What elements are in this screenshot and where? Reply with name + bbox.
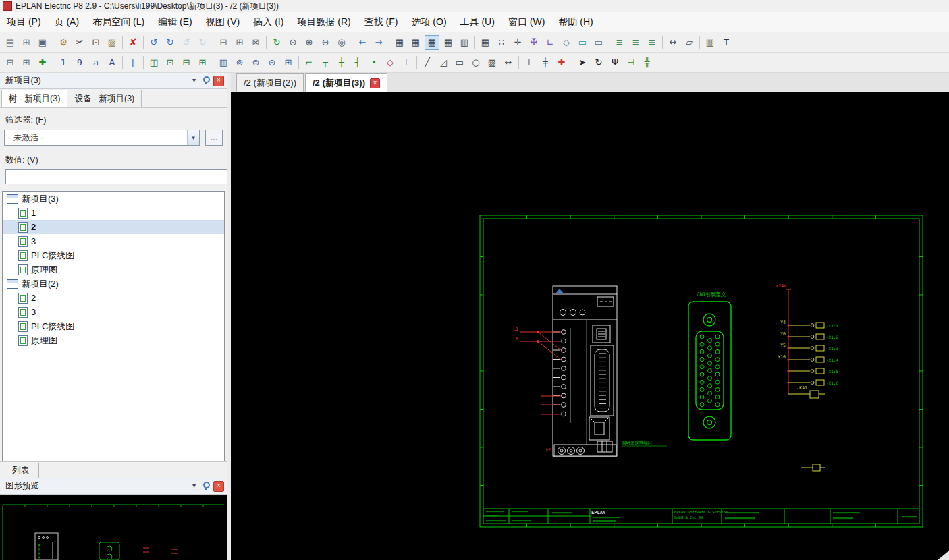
align-center-icon[interactable]: ≡ bbox=[628, 35, 643, 50]
tree-item-page[interactable]: 2 bbox=[3, 220, 224, 234]
forward-icon[interactable]: → bbox=[371, 35, 386, 50]
grid-large-icon[interactable]: ▦ bbox=[425, 35, 439, 50]
device-insert-icon[interactable]: ▥ bbox=[216, 55, 231, 70]
pages-panel-header[interactable]: 新项目(3) ▾ × bbox=[0, 73, 227, 89]
graphic-hatch-icon[interactable]: ▨ bbox=[485, 55, 499, 70]
tree-item-page[interactable]: 3 bbox=[3, 305, 224, 319]
connection-corner-icon[interactable]: ⌐ bbox=[302, 55, 317, 70]
page-navigator-icon[interactable]: ⊟ bbox=[3, 55, 18, 70]
connection-dot-icon[interactable]: • bbox=[367, 55, 381, 70]
split-horizontal-icon[interactable]: ⊞ bbox=[232, 35, 247, 50]
redraw-icon[interactable]: ↻ bbox=[269, 35, 284, 50]
aux-contact[interactable] bbox=[801, 464, 825, 471]
snap-grid-icon[interactable]: ∷ bbox=[494, 35, 509, 50]
sidebar-tab-devices[interactable]: 设备 - 新项目(3) bbox=[67, 90, 142, 107]
editor-tab-1[interactable]: /2 (新项目(3))x bbox=[305, 73, 387, 92]
redo-list-icon[interactable]: ↻ bbox=[195, 35, 210, 50]
menu-item-2[interactable]: 布局空间 (L) bbox=[86, 12, 151, 32]
select-pointer-icon[interactable]: ➤ bbox=[575, 55, 590, 70]
insert-point-icon[interactable]: ✚ bbox=[554, 55, 569, 70]
zoom-window-icon[interactable]: ⊙ bbox=[286, 35, 300, 50]
page-new-icon[interactable]: ▤ bbox=[3, 35, 18, 50]
menu-item-5[interactable]: 插入 (I) bbox=[246, 12, 290, 32]
number-devices-icon[interactable]: a bbox=[88, 55, 103, 70]
page-open-icon[interactable]: ⊞ bbox=[19, 35, 34, 50]
editor-tab-0[interactable]: /2 (新项目(2)) bbox=[236, 73, 304, 92]
page-macro-icon[interactable]: ⊞ bbox=[195, 55, 210, 70]
tree-item-page[interactable]: PLC接线图 bbox=[3, 248, 224, 262]
resize-grip[interactable] bbox=[938, 551, 949, 560]
graphic-rectangle-icon[interactable]: ▭ bbox=[452, 55, 467, 70]
connection-break-icon[interactable]: ┤ bbox=[350, 55, 365, 70]
menu-item-8[interactable]: 选项 (O) bbox=[404, 12, 453, 32]
output-wiring[interactable]: -X1:1Y4-X1:2Y0-X1:3Y5-X1:4Y10-X1:5-X1:6 bbox=[778, 320, 838, 385]
connection-tee-icon[interactable]: ┬ bbox=[318, 55, 333, 70]
edit-box-icon[interactable]: ▭ bbox=[591, 35, 606, 50]
menu-item-7[interactable]: 查找 (F) bbox=[358, 12, 405, 32]
tab-close-button[interactable]: x bbox=[370, 78, 380, 88]
tree-item-page[interactable]: 2 bbox=[3, 291, 224, 305]
menu-item-10[interactable]: 窗口 (W) bbox=[501, 12, 551, 32]
print-icon[interactable]: ▣ bbox=[35, 35, 50, 50]
number-pages-icon[interactable]: 1 bbox=[56, 55, 71, 70]
filter-browse-button[interactable]: ... bbox=[205, 130, 223, 146]
zoom-page-icon[interactable]: ◎ bbox=[334, 35, 349, 50]
servo-drive-device[interactable] bbox=[553, 286, 617, 457]
graphic-dimension-icon[interactable]: ↔ bbox=[501, 55, 516, 70]
undo-list-icon[interactable]: ↺ bbox=[179, 35, 194, 50]
delete-icon[interactable]: ✘ bbox=[126, 35, 140, 50]
graphic-polyline-icon[interactable]: ◿ bbox=[436, 55, 451, 70]
properties-wrench-icon[interactable]: ⚙ bbox=[56, 35, 71, 50]
interruption-point-icon[interactable]: ◇ bbox=[383, 55, 398, 70]
panel-pin-button[interactable] bbox=[201, 76, 211, 86]
text-insert-icon[interactable]: T bbox=[719, 35, 734, 50]
tree-item-page[interactable]: 原理图 bbox=[3, 262, 224, 277]
align-bottom-icon[interactable]: ⊥ bbox=[522, 55, 537, 70]
connection-cross-icon[interactable]: ┼ bbox=[334, 55, 349, 70]
menu-item-9[interactable]: 工具 (U) bbox=[454, 12, 501, 32]
menu-item-3[interactable]: 编辑 (E) bbox=[151, 12, 199, 32]
coordinate-input-icon[interactable]: ◇ bbox=[559, 35, 574, 50]
scale-icon[interactable]: ▱ bbox=[682, 35, 697, 50]
preview-close-button[interactable]: × bbox=[213, 481, 224, 492]
grid-display-icon[interactable]: ▦ bbox=[478, 35, 493, 50]
menu-item-11[interactable]: 帮助 (H) bbox=[551, 12, 599, 32]
symbol-insert-icon[interactable]: ◫ bbox=[146, 55, 161, 70]
paste-icon[interactable]: ▨ bbox=[105, 35, 119, 50]
zoom-in-icon[interactable]: ⊕ bbox=[302, 35, 317, 50]
filter-combo[interactable]: - 未激活 - ▾ bbox=[4, 130, 200, 146]
split-vertical-icon[interactable]: ⊠ bbox=[248, 35, 263, 50]
center-line-icon[interactable]: ╪ bbox=[538, 55, 553, 70]
cn1-connector[interactable] bbox=[688, 302, 731, 440]
window-macro-icon[interactable]: ⊡ bbox=[163, 55, 178, 70]
snap-object-icon[interactable]: ✛ bbox=[510, 35, 525, 50]
parts-list-icon[interactable]: ▥ bbox=[703, 35, 717, 50]
tab-list-view[interactable]: 列表 bbox=[3, 463, 39, 478]
check-project-icon[interactable]: ‖ bbox=[126, 55, 140, 70]
grid-custom-icon[interactable]: ▦ bbox=[441, 35, 456, 50]
panel-close-button[interactable]: × bbox=[213, 76, 224, 86]
graphic-line-icon[interactable]: ╱ bbox=[420, 55, 435, 70]
move-icon[interactable]: ↔ bbox=[666, 35, 680, 50]
grid-medium-icon[interactable]: ▦ bbox=[408, 35, 423, 50]
graphic-circle-icon[interactable]: ○ bbox=[468, 55, 483, 70]
tree-item-page[interactable]: 1 bbox=[3, 206, 224, 220]
combo-arrow-icon[interactable]: ▾ bbox=[187, 130, 199, 145]
terminal-insert-icon[interactable]: ⊚ bbox=[232, 55, 247, 70]
align-left-icon[interactable]: ≡ bbox=[612, 35, 627, 50]
tree-item-project[interactable]: 新项目(3) bbox=[3, 192, 224, 206]
preview-panel-header[interactable]: 图形预览 ▾ × bbox=[0, 478, 227, 495]
macro-insert-icon[interactable]: ⊟ bbox=[179, 55, 194, 70]
menu-item-6[interactable]: 项目数据 (R) bbox=[290, 12, 357, 32]
bus-connect-icon[interactable]: ╬ bbox=[640, 55, 655, 70]
menu-item-0[interactable]: 项目 (P) bbox=[0, 12, 48, 32]
workspace-icon[interactable]: ⊟ bbox=[216, 35, 231, 50]
menu-item-4[interactable]: 视图 (V) bbox=[199, 12, 247, 32]
cut-icon[interactable]: ✂ bbox=[72, 35, 87, 50]
copy-icon[interactable]: ⊡ bbox=[88, 35, 103, 50]
layer-management-icon[interactable]: ⊞ bbox=[19, 55, 34, 70]
mirror-icon[interactable]: Ψ bbox=[607, 55, 622, 70]
undo-icon[interactable]: ↺ bbox=[146, 35, 161, 50]
tree-item-page[interactable]: 3 bbox=[3, 234, 224, 248]
schematic-canvas[interactable]: EPLAN EPLAN Software & Service GmbH & Co… bbox=[231, 92, 949, 560]
